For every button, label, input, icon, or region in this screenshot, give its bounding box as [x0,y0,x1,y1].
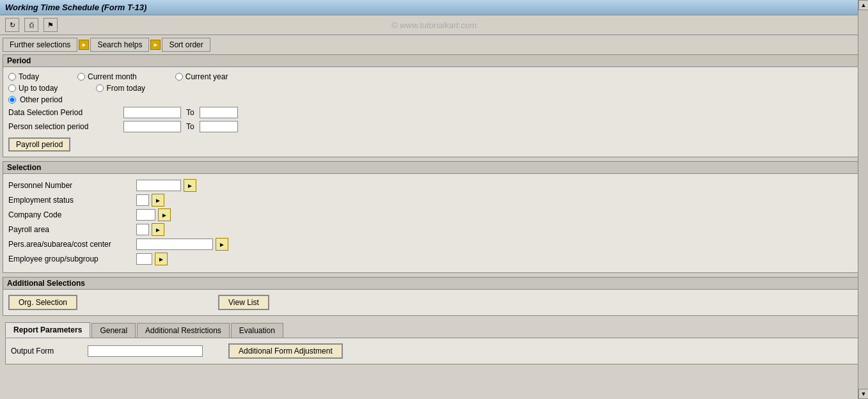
period-row-1: Today Current month Current year [8,72,860,81]
toolbar: ↻ ⎙ ⚑ © www.tutorialkart.com [0,15,868,35]
page-title: Working Time Schedule (Form T-13) [5,3,146,12]
employee-group-input[interactable] [136,253,152,265]
further-selections-label: Further selections [10,40,70,49]
tab-additional-restrictions[interactable]: Additional Restrictions [137,323,230,338]
radio-current-month-label: Current month [88,72,137,81]
data-selection-period-from-input[interactable] [123,107,181,118]
radio-current-year[interactable] [175,73,183,81]
period-row-2: Up to today From today [8,84,860,93]
tab-sort-order[interactable]: Sort order [162,38,210,52]
radio-up-to-today[interactable] [8,84,16,92]
clock-icon[interactable]: ↻ [5,18,19,32]
pers-area-arrow-btn[interactable]: ► [216,238,228,251]
search-helps-label: Search helps [97,40,142,49]
employment-status-arrow-btn[interactable]: ► [152,194,164,207]
radio-other-period[interactable] [8,96,16,104]
radio-from-today-item: From today [96,84,145,93]
main-content: Period Today Current month Current year [0,52,868,399]
personnel-number-label: Personnel Number [8,181,136,190]
personnel-number-input[interactable] [136,180,181,191]
radio-up-to-today-label: Up to today [19,84,58,93]
person-selection-period-from-input[interactable] [123,121,181,132]
payroll-area-row: Payroll area ► [8,223,860,236]
period-row-3: Other period [8,95,860,104]
data-selection-period-label: Data Selection Period [8,108,123,117]
output-form-input[interactable] [88,345,203,357]
data-selection-period-to-input[interactable] [200,107,238,118]
scroll-up-button[interactable]: ▲ [858,0,868,10]
selection-panel-content: Personnel Number ► Employment status ► C… [3,174,865,272]
additional-restrictions-label: Additional Restrictions [145,326,221,335]
output-form-label: Output Form [11,347,75,356]
payroll-area-label: Payroll area [8,225,136,234]
period-panel: Period Today Current month Current year [3,54,865,157]
company-code-row: Company Code ► [8,208,860,221]
view-list-label: View List [228,298,259,307]
additional-form-adjustment-label: Additional Form Adjustment [239,347,333,356]
radio-current-year-item: Current year [175,72,228,81]
sort-order-label: Sort order [169,40,203,49]
tab-search-helps[interactable]: Search helps [90,38,149,52]
payroll-period-button[interactable]: Payroll period [8,137,70,152]
employment-status-input[interactable] [136,194,149,206]
selection-panel: Selection Personnel Number ► Employment … [3,161,865,273]
period-panel-title: Period [3,55,865,67]
personnel-number-arrow-btn[interactable]: ► [184,179,196,192]
tab-evaluation[interactable]: Evaluation [231,323,283,338]
employment-status-label: Employment status [8,196,136,205]
flag-icon[interactable]: ⚑ [43,18,58,32]
evaluation-label: Evaluation [239,326,275,335]
pers-area-input[interactable] [136,239,213,250]
title-bar: Working Time Schedule (Form T-13) [0,0,868,15]
payroll-area-arrow-btn[interactable]: ► [152,223,164,236]
employee-group-label: Employee group/subgroup [8,254,136,263]
personnel-number-row: Personnel Number ► [8,179,860,192]
org-selection-label: Org. Selection [19,298,67,307]
pers-area-label: Pers.area/subarea/cost center [8,240,136,249]
scroll-down-button[interactable]: ▼ [858,389,868,399]
report-parameters-label: Report Parameters [13,325,82,334]
tab-general[interactable]: General [91,323,136,338]
scrollbar[interactable]: ▲ ▼ [858,0,868,399]
copy-icon[interactable]: ⎙ [24,18,38,32]
additional-selections-panel: Additional Selections Org. Selection Vie… [3,277,865,316]
company-code-input[interactable] [136,209,155,221]
scroll-track[interactable] [858,10,868,389]
radio-current-month[interactable] [77,73,85,81]
tab-further-selections[interactable]: Further selections [3,38,77,52]
to-label-2: To [186,122,194,131]
radio-from-today[interactable] [96,84,104,92]
person-selection-period-to-input[interactable] [200,121,238,132]
radio-current-year-label: Current year [185,72,228,81]
additional-selections-title: Additional Selections [3,278,865,290]
output-form-row: Output Form Additional Form Adjustment [11,343,857,359]
pers-area-row: Pers.area/subarea/cost center ► [8,238,860,251]
selection-panel-title: Selection [3,162,865,174]
employee-group-arrow-btn[interactable]: ► [155,253,168,265]
radio-today[interactable] [8,73,16,81]
payroll-period-label: Payroll period [16,140,63,149]
general-label: General [100,326,127,335]
radio-from-today-label: From today [106,84,145,93]
top-tab-bar: Further selections ► Search helps ► Sort… [0,35,868,52]
output-form-panel: Output Form Additional Form Adjustment [5,338,863,364]
to-label-1: To [186,108,194,117]
tab-report-parameters[interactable]: Report Parameters [5,322,90,338]
radio-today-item: Today [8,72,39,81]
payroll-area-input[interactable] [136,224,149,235]
radio-up-to-today-item: Up to today [8,84,58,93]
employment-status-row: Employment status ► [8,194,860,207]
radio-today-label: Today [19,72,39,81]
radio-current-month-item: Current month [77,72,137,81]
radio-other-period-label: Other period [20,95,63,104]
person-selection-period-label: Person selection period [8,122,123,131]
company-code-arrow-btn[interactable]: ► [158,208,171,221]
company-code-label: Company Code [8,210,136,219]
period-panel-content: Today Current month Current year Up to t… [3,67,865,157]
additional-selections-content: Org. Selection View List [3,290,865,315]
view-list-button[interactable]: View List [218,295,269,310]
watermark: © www.tutorialkart.com [391,20,477,30]
further-selections-arrow-icon: ► [79,40,89,50]
additional-form-adjustment-button[interactable]: Additional Form Adjustment [228,343,343,359]
org-selection-button[interactable]: Org. Selection [8,295,77,310]
